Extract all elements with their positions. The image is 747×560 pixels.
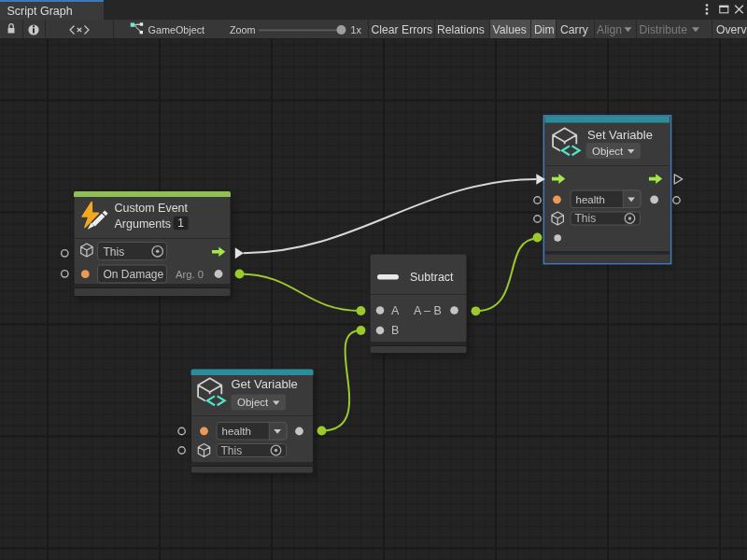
svg-text:This: This (104, 245, 125, 259)
svg-text:Object: Object (592, 146, 624, 157)
svg-text:A: A (391, 304, 400, 317)
svg-text:Subtract: Subtract (410, 271, 454, 284)
svg-text:Relations: Relations (437, 23, 485, 36)
svg-text:Values: Values (493, 23, 527, 36)
svg-text:Distribute: Distribute (640, 23, 688, 36)
svg-text:B: B (391, 324, 399, 337)
svg-text:health: health (576, 194, 605, 205)
svg-text:On Damage: On Damage (104, 268, 164, 281)
svg-text:health: health (222, 426, 251, 437)
svg-text:Dim: Dim (534, 23, 555, 36)
svg-text:Arguments: Arguments (115, 217, 171, 231)
svg-text:Object: Object (237, 397, 269, 408)
svg-text:Get Variable: Get Variable (232, 377, 298, 391)
svg-text:Set Variable: Set Variable (587, 128, 653, 142)
svg-text:A – B: A – B (414, 304, 442, 317)
svg-text:Align: Align (597, 23, 622, 36)
svg-text:Script Graph: Script Graph (7, 5, 73, 18)
svg-text:GameObject: GameObject (148, 24, 205, 35)
svg-text:Overview: Overview (716, 23, 747, 36)
svg-text:Arg. 0: Arg. 0 (176, 269, 204, 280)
svg-text:This: This (575, 212, 597, 225)
svg-text:1: 1 (177, 217, 184, 230)
svg-text:Clear Errors: Clear Errors (372, 23, 433, 36)
svg-text:Zoom: Zoom (230, 24, 256, 35)
svg-text:Custom Event: Custom Event (115, 202, 189, 215)
svg-text:This: This (221, 444, 243, 457)
svg-text:1x: 1x (351, 24, 362, 35)
svg-text:Carry: Carry (560, 23, 589, 36)
